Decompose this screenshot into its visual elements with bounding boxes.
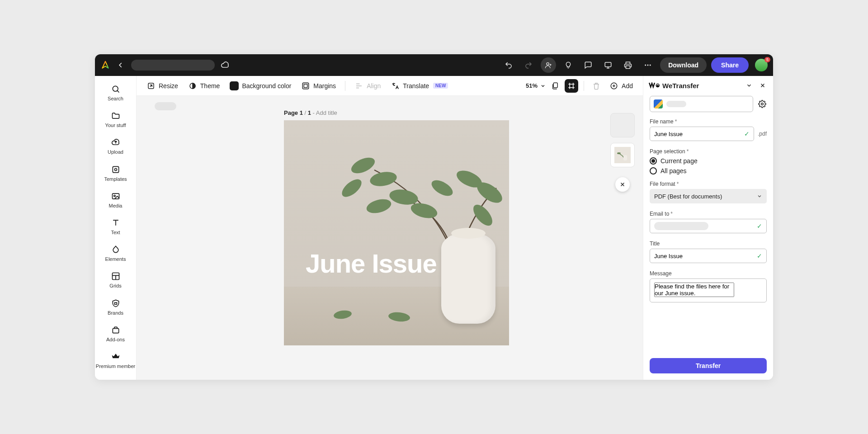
rail-label: Upload bbox=[108, 149, 123, 155]
email-to-input[interactable]: ✓ bbox=[650, 219, 767, 233]
present-icon[interactable] bbox=[600, 57, 616, 73]
svg-point-31 bbox=[388, 311, 410, 323]
rail-search[interactable]: Search bbox=[95, 80, 136, 105]
search-pill[interactable] bbox=[131, 60, 215, 71]
email-placeholder bbox=[654, 222, 708, 230]
align-button: Align bbox=[351, 80, 384, 92]
bgcolor-swatch bbox=[230, 81, 239, 90]
divider bbox=[345, 81, 345, 91]
panel-settings-button[interactable] bbox=[758, 99, 767, 108]
bgcolor-label: Background color bbox=[242, 82, 291, 90]
page-indicator[interactable]: Page 1 / 1 - Add title bbox=[284, 109, 337, 116]
rail-elements[interactable]: Elements bbox=[95, 241, 136, 266]
title-label: Title bbox=[650, 241, 767, 247]
page-current: 1 bbox=[300, 109, 303, 116]
canvas-scroll[interactable]: Page 1 / 1 - Add title bbox=[137, 96, 643, 380]
artboard-title-text[interactable]: June Issue bbox=[306, 248, 437, 278]
redo-button[interactable] bbox=[521, 57, 536, 73]
cloud-sync-icon[interactable] bbox=[219, 59, 231, 71]
canvas-area: Resize Theme Background color Margins bbox=[137, 76, 643, 380]
margins-label: Margins bbox=[313, 82, 336, 90]
svg-point-29 bbox=[470, 202, 495, 229]
svg-rect-2 bbox=[626, 66, 630, 69]
add-label: Add bbox=[622, 82, 633, 90]
close-panel-button[interactable] bbox=[758, 80, 768, 90]
elements-icon bbox=[111, 245, 121, 255]
transfer-button[interactable]: Transfer bbox=[650, 358, 767, 373]
hint-icon[interactable] bbox=[561, 57, 576, 73]
share-button[interactable]: Share bbox=[711, 57, 749, 73]
rail-label: Elements bbox=[105, 256, 126, 262]
radio-label: All pages bbox=[660, 167, 687, 175]
add-icon bbox=[609, 81, 618, 90]
delete-button[interactable] bbox=[590, 79, 603, 93]
radio-current-page[interactable]: Current page bbox=[650, 157, 767, 165]
wetransfer-logo-icon bbox=[649, 82, 660, 89]
svg-rect-18 bbox=[570, 84, 573, 88]
translate-button[interactable]: Translate NEW bbox=[387, 80, 452, 92]
notification-badge: 5 bbox=[764, 57, 770, 62]
bgcolor-button[interactable]: Background color bbox=[226, 80, 295, 92]
svg-point-6 bbox=[113, 86, 118, 91]
wetransfer-account-select[interactable] bbox=[650, 96, 753, 112]
svg-point-21 bbox=[369, 170, 398, 188]
view-toggle-button[interactable] bbox=[565, 79, 578, 93]
svg-rect-1 bbox=[605, 62, 611, 67]
title-input[interactable]: ✓ bbox=[650, 249, 767, 263]
resize-button[interactable]: Resize bbox=[143, 80, 182, 92]
comments-icon[interactable] bbox=[580, 57, 596, 73]
brands-icon bbox=[111, 298, 121, 308]
artboard[interactable]: June Issue bbox=[284, 120, 509, 345]
folder-icon bbox=[111, 111, 121, 121]
message-label: Message bbox=[650, 270, 767, 277]
rail-templates[interactable]: Templates bbox=[95, 161, 136, 186]
rail-media[interactable]: Media bbox=[95, 188, 136, 212]
radio-icon bbox=[650, 157, 657, 165]
filename-input[interactable]: ✓ bbox=[650, 127, 754, 141]
add-collaborator-icon[interactable] bbox=[541, 57, 556, 73]
rail-addons[interactable]: Add-ons bbox=[95, 321, 136, 346]
resize-label: Resize bbox=[159, 82, 178, 90]
radio-all-pages[interactable]: All pages bbox=[650, 167, 767, 175]
rail-brands[interactable]: Brands bbox=[95, 295, 136, 320]
svg-rect-16 bbox=[304, 84, 308, 88]
app-logo[interactable] bbox=[100, 60, 110, 70]
thumbnail-page-1[interactable] bbox=[610, 143, 635, 167]
divider bbox=[584, 81, 584, 91]
more-icon[interactable] bbox=[640, 57, 656, 73]
rail-premium[interactable]: Premium member bbox=[95, 348, 136, 373]
svg-rect-34 bbox=[623, 155, 627, 160]
svg-point-8 bbox=[114, 168, 117, 170]
theme-button[interactable]: Theme bbox=[184, 80, 224, 92]
undo-button[interactable] bbox=[501, 57, 516, 73]
add-page-button[interactable]: Add bbox=[606, 80, 637, 92]
download-button[interactable]: Download bbox=[660, 57, 707, 73]
margins-button[interactable]: Margins bbox=[297, 80, 340, 92]
svg-point-20 bbox=[349, 154, 377, 176]
svg-point-25 bbox=[365, 197, 392, 216]
filename-label: File name* bbox=[650, 118, 767, 125]
zoom-control[interactable]: 51% bbox=[526, 82, 546, 89]
rail-upload[interactable]: Upload bbox=[95, 134, 136, 159]
user-avatar[interactable]: 5 bbox=[755, 59, 768, 71]
file-format-select[interactable]: PDF (Best for documents) bbox=[650, 189, 767, 203]
theme-icon bbox=[188, 81, 197, 90]
collapse-panel-button[interactable] bbox=[744, 80, 754, 90]
thumbnail-blank[interactable] bbox=[610, 113, 635, 137]
rail-grids[interactable]: Grids bbox=[95, 268, 136, 292]
rail-label: Templates bbox=[104, 176, 127, 182]
vase bbox=[441, 233, 495, 324]
back-button[interactable] bbox=[115, 59, 127, 71]
close-thumbnails-button[interactable] bbox=[615, 177, 630, 192]
rail-your-stuff[interactable]: Your stuff bbox=[95, 107, 136, 132]
svg-rect-32 bbox=[614, 147, 631, 163]
print-icon[interactable] bbox=[620, 57, 636, 73]
translate-icon bbox=[391, 81, 400, 90]
message-textarea[interactable] bbox=[650, 278, 767, 302]
svg-rect-15 bbox=[303, 83, 309, 89]
rail-label: Grids bbox=[109, 283, 121, 289]
pages-button[interactable] bbox=[548, 79, 562, 93]
radio-icon bbox=[650, 167, 657, 175]
rail-text[interactable]: Text bbox=[95, 214, 136, 239]
svg-point-36 bbox=[761, 103, 764, 105]
